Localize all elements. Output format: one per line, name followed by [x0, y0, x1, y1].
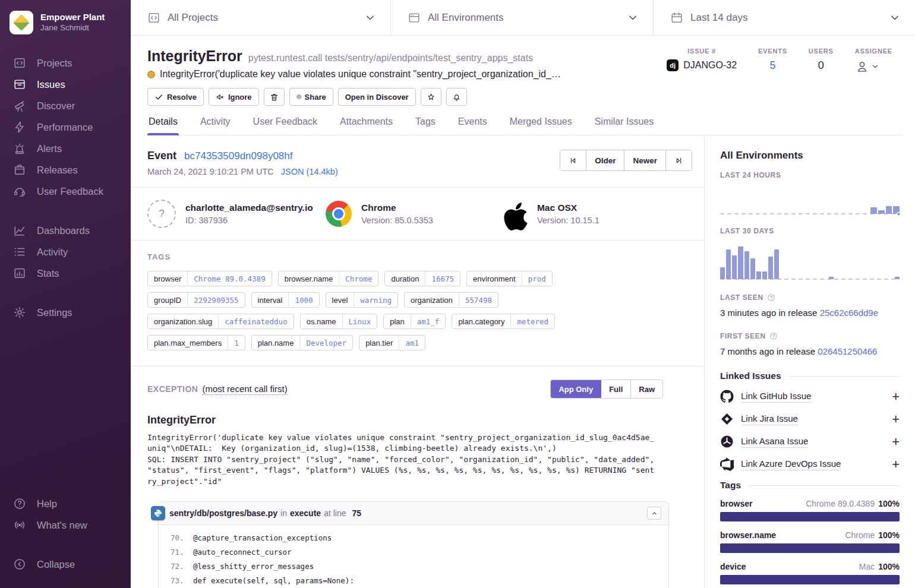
add-linked-issue-button[interactable]: + — [892, 435, 900, 448]
newer-event-button[interactable]: Newer — [624, 150, 666, 170]
tag-pill[interactable]: os.name Linux — [300, 314, 378, 329]
issue-tab[interactable]: Activity — [199, 116, 232, 135]
project-selector[interactable]: All Projects — [131, 0, 391, 35]
sidebar-item[interactable]: Releases — [0, 159, 131, 181]
linked-issue-link[interactable]: Link Asana Issue — [741, 436, 808, 448]
tag-pill[interactable]: plan.max_members 1 — [147, 335, 245, 350]
share-button[interactable]: Share — [289, 88, 333, 106]
oldest-event-button[interactable] — [560, 150, 586, 170]
tag-pill[interactable]: plan.name Developer — [251, 335, 353, 350]
asana-icon — [720, 435, 734, 448]
exception-label: EXCEPTION — [147, 384, 198, 394]
sidebar-item-label: User Feedback — [37, 186, 103, 197]
tag-pill[interactable]: browser.name Chrome — [278, 271, 379, 286]
nav-secondary: Dashboards Activity Stats — [0, 217, 131, 286]
sidebar-item-label: Alerts — [37, 143, 62, 154]
latest-event-button[interactable] — [666, 150, 692, 170]
tag-pill[interactable]: organization 557498 — [404, 292, 498, 308]
linked-issue-link[interactable]: Link GitHub Issue — [741, 391, 811, 403]
tag-pill[interactable]: groupID 2292909355 — [147, 292, 245, 308]
event-id-link[interactable]: bc74353509dn098y08hf — [184, 150, 292, 162]
chart-bar — [878, 210, 885, 214]
stacktrace-toggle-option[interactable]: App Only — [551, 380, 601, 398]
issue-tab[interactable]: Attachments — [339, 116, 394, 135]
tag-pill[interactable]: environment prod — [466, 271, 553, 286]
frame-collapse-button[interactable] — [647, 507, 661, 520]
add-linked-issue-button[interactable]: + — [892, 390, 900, 403]
issue-tab[interactable]: Details — [147, 116, 179, 135]
issue-tab[interactable]: Events — [457, 116, 488, 135]
sidebar-item[interactable]: Alerts — [0, 138, 131, 159]
tag-distribution-row[interactable]: browser.name Chrome 100% — [720, 530, 900, 553]
environment-selector[interactable]: All Environments — [391, 0, 654, 35]
bookmark-button[interactable] — [421, 88, 441, 106]
issue-tab[interactable]: Merged Issues — [509, 116, 573, 135]
sidebar-item[interactable]: Dashboards — [0, 220, 131, 241]
sidebar-item-label: Help — [37, 498, 57, 510]
sidebar-item[interactable]: User Feedback — [0, 181, 131, 202]
open-in-discover-button[interactable]: Open in Discover — [338, 88, 416, 106]
events-chart-24h[interactable] — [720, 186, 900, 214]
sidebar-item[interactable]: What's new — [0, 514, 131, 536]
tag-pill[interactable]: plan.category metered — [452, 314, 555, 329]
last-seen-release-link[interactable]: 25c62c66dd9e — [820, 308, 878, 318]
sidebar-item[interactable]: Help — [0, 493, 131, 514]
sidebar-item[interactable]: Discover — [0, 95, 131, 116]
ignore-button[interactable]: Ignore — [209, 88, 259, 106]
sidebar-collapse-button[interactable]: Collapse — [0, 554, 131, 575]
event-label: Event — [147, 150, 176, 162]
issue-message: IntegrityError('duplicate key value viol… — [160, 69, 561, 80]
events-count[interactable]: 5 — [758, 59, 787, 72]
assignee-dropdown[interactable] — [855, 59, 892, 74]
tag-distribution-row[interactable]: device Mac 100% — [720, 562, 900, 584]
issue-tab[interactable]: User Feedback — [252, 116, 319, 135]
first-seen-value: 7 months ago — [720, 346, 774, 356]
tag-pill[interactable]: level warning — [326, 292, 398, 308]
tag-pill[interactable]: plan am1_f — [383, 314, 446, 329]
resolve-button[interactable]: Resolve — [147, 88, 204, 106]
global-filter-bar: All Projects All Environments Last 14 da… — [131, 0, 915, 36]
sidebar-item[interactable]: Projects — [0, 52, 131, 74]
delete-button[interactable] — [264, 88, 285, 106]
stacktrace-toggle-option[interactable]: Full — [601, 380, 631, 398]
sidebar-item[interactable]: Activity — [0, 241, 131, 263]
add-linked-issue-button[interactable]: + — [892, 413, 900, 426]
first-seen-release-link[interactable]: 026451250466 — [818, 346, 877, 356]
daterange-selector[interactable]: Last 14 days — [654, 0, 915, 35]
linked-issue-link[interactable]: Link Azure DevOps Issue — [741, 459, 841, 470]
tag-pill[interactable]: interval 1000 — [251, 292, 320, 308]
projects-icon — [13, 56, 26, 69]
issue-tab[interactable]: Similar Issues — [594, 116, 655, 135]
linked-issue-link[interactable]: Link Jira Issue — [741, 413, 798, 425]
frame-header[interactable]: sentry/db/postgres/base.py in execute at… — [159, 502, 668, 525]
sidebar-item[interactable]: Stats — [0, 263, 131, 284]
add-linked-issue-button[interactable]: + — [892, 458, 900, 471]
source-line: 73. def execute(self, sql, params=None): — [159, 574, 668, 588]
tag-pill[interactable]: plan.tier am1 — [359, 335, 425, 350]
chevron-down-icon — [364, 12, 376, 24]
chart-bar — [870, 207, 877, 214]
projects-icon — [147, 11, 160, 24]
subscribe-button[interactable] — [446, 88, 467, 106]
nav-tertiary: Settings — [0, 299, 131, 325]
source-line: 71. @auto_reconnect_cursor — [159, 545, 668, 559]
tag-pill[interactable]: browser Chrome 89.0.4389 — [147, 271, 272, 286]
users-count[interactable]: 0 — [809, 59, 834, 72]
org-switcher[interactable]: Empower Plant Jane Schmidt — [0, 11, 131, 50]
tag-distribution-row[interactable]: browser Chrome 89.0.4389 100% — [720, 499, 900, 521]
issue-header: IntegrityError pytest.runtest.call tests… — [131, 36, 915, 135]
event-json-link[interactable]: JSON (14.4kb) — [281, 167, 338, 176]
sidebar-item[interactable]: Performance — [0, 116, 131, 138]
tag-pill[interactable]: organization.slug caffeinatedduo — [147, 314, 294, 329]
issue-tab[interactable]: Tags — [414, 116, 437, 135]
exception-order-note[interactable]: (most recent call first) — [202, 384, 287, 395]
tag-pill[interactable]: duration 16675 — [384, 271, 460, 286]
sidebar-item[interactable]: Settings — [0, 302, 131, 323]
left-sidebar: Empower Plant Jane Schmidt Projects Issu… — [0, 0, 131, 588]
performance-icon — [13, 121, 26, 134]
sidebar-item[interactable]: Issues — [0, 74, 131, 95]
events-chart-30d[interactable] — [720, 242, 900, 279]
older-event-button[interactable]: Older — [586, 150, 624, 170]
stacktrace-toggle-option[interactable]: Raw — [631, 380, 662, 398]
linked-issue-row: Link Jira Issue + — [720, 412, 900, 426]
